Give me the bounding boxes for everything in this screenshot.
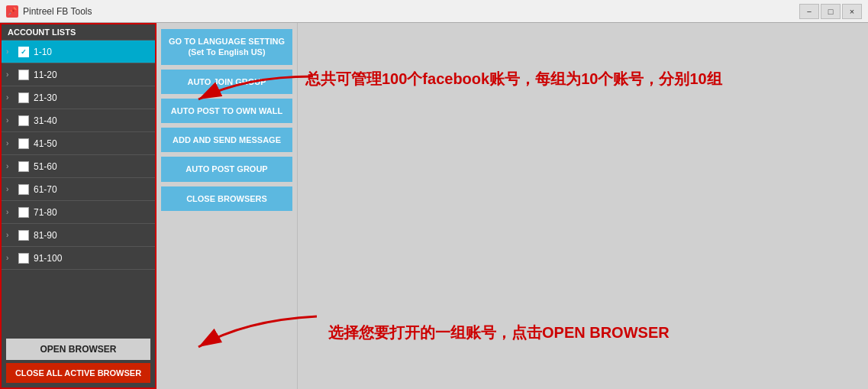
close-button[interactable]: × [842,4,862,19]
expand-arrow-icon: › [6,231,15,239]
auto-post-group-button[interactable]: AUTO POST GROUP [161,157,292,181]
content-area: 总共可管理100个facebook账号，每组为10个账号，分别10组 选择您要打… [298,23,868,389]
account-item[interactable]: ›31-40 [2,109,155,132]
account-checkbox[interactable] [18,92,29,103]
account-checkbox[interactable]: ✓ [18,47,29,57]
sidebar-header: ACCOUNT LISTS [2,24,155,41]
middle-panel: GO TO LANGUAGE SETTING (Set To English U… [156,23,298,389]
expand-arrow-icon: › [6,254,15,262]
account-label: 51-60 [34,161,57,172]
account-item[interactable]: ›61-70 [2,178,155,201]
account-label: 31-40 [34,115,57,126]
auto-post-wall-button[interactable]: AUTO POST TO OWN WALL [161,99,292,123]
add-send-msg-button[interactable]: ADD AND SEND MESSAGE [161,128,292,152]
account-item[interactable]: ›✓1-10 [2,41,155,63]
minimize-button[interactable]: − [799,4,819,19]
title-bar: 📌 Pintreel FB Tools − □ × [0,0,868,23]
account-checkbox[interactable] [18,253,29,264]
sidebar-bottom: OPEN BROWSER CLOSE ALL ACTIVE BROWSER [2,334,155,387]
account-item[interactable]: ›21-30 [2,86,155,109]
sidebar: ACCOUNT LISTS ›✓1-10›11-20›21-30›31-40›4… [0,23,156,389]
open-browser-button[interactable]: OPEN BROWSER [6,339,150,360]
account-checkbox[interactable] [18,70,29,80]
expand-arrow-icon: › [6,208,15,216]
account-label: 1-10 [34,47,52,57]
account-label: 21-30 [34,92,57,103]
expand-arrow-icon: › [6,162,15,170]
account-item[interactable]: ›41-50 [2,132,155,155]
expand-arrow-icon: › [6,185,15,193]
expand-arrow-icon: › [6,47,15,56]
expand-arrow-icon: › [6,116,15,125]
account-label: 41-50 [34,138,57,149]
account-checkbox[interactable] [18,115,29,126]
account-label: 61-70 [34,184,57,195]
account-item[interactable]: ›11-20 [2,63,155,86]
expand-arrow-icon: › [6,139,15,147]
expand-arrow-icon: › [6,70,15,79]
account-item[interactable]: ›91-100 [2,247,155,270]
account-item[interactable]: ›81-90 [2,224,155,247]
account-checkbox[interactable] [18,230,29,241]
window-controls: − □ × [799,4,862,19]
account-label: 91-100 [34,253,62,264]
title-bar-left: 📌 Pintreel FB Tools [6,5,92,18]
auto-join-button[interactable]: AUTO JOIN GROUP [161,70,292,94]
account-checkbox[interactable] [18,138,29,149]
account-label: 71-80 [34,207,57,218]
bottom-annotation: 选择您要打开的一组账号，点击OPEN BROWSER [328,323,670,343]
app-icon: 📌 [6,5,18,18]
close-all-browser-button[interactable]: CLOSE ALL ACTIVE BROWSER [6,363,150,383]
close-browsers-button[interactable]: CLOSE BROWSERS [161,186,292,211]
main-container: ACCOUNT LISTS ›✓1-10›11-20›21-30›31-40›4… [0,23,868,389]
maximize-button[interactable]: □ [821,4,841,19]
expand-arrow-icon: › [6,93,15,102]
lang-setting-button[interactable]: GO TO LANGUAGE SETTING (Set To English U… [161,29,292,65]
account-label: 11-20 [34,70,57,80]
account-checkbox[interactable] [18,207,29,218]
account-label: 81-90 [34,230,57,241]
top-annotation: 总共可管理100个facebook账号，每组为10个账号，分别10组 [305,69,722,89]
account-list: ›✓1-10›11-20›21-30›31-40›41-50›51-60›61-… [2,41,155,334]
account-item[interactable]: ›51-60 [2,155,155,178]
app-title: Pintreel FB Tools [23,6,92,17]
account-item[interactable]: ›71-80 [2,201,155,224]
account-checkbox[interactable] [18,184,29,195]
account-checkbox[interactable] [18,161,29,172]
